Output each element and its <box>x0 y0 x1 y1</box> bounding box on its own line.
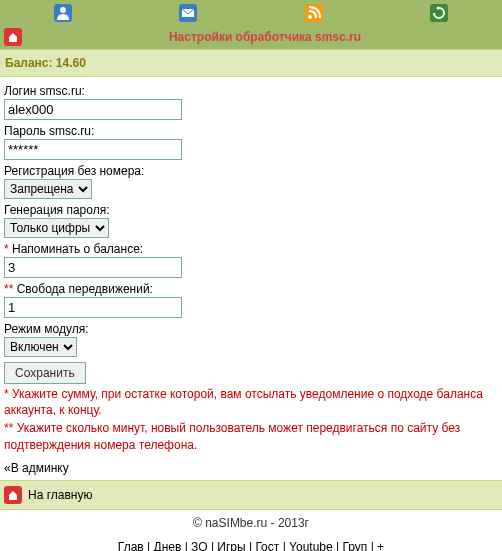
footer-copyright: © naSIMbe.ru - 2013г <box>0 510 502 536</box>
profile-icon[interactable] <box>53 3 73 23</box>
login-input[interactable] <box>4 99 182 120</box>
login-label: Логин smsc.ru: <box>4 84 498 98</box>
generation-select[interactable]: Только цифры <box>4 218 109 238</box>
home-link-row[interactable]: На главную <box>0 480 502 510</box>
home-icon <box>4 486 22 504</box>
registration-label: Регистрация без номера: <box>4 164 498 178</box>
freedom-star: ** <box>4 282 13 296</box>
generation-label: Генерация пароля: <box>4 203 498 217</box>
password-label: Пароль smsc.ru: <box>4 124 498 138</box>
footnote-1: * Укажите сумму, при остатке которой, ва… <box>4 386 498 418</box>
svg-point-1 <box>60 7 66 13</box>
rss-icon[interactable] <box>304 3 324 23</box>
remind-input[interactable] <box>4 257 182 278</box>
mode-label: Режим модуля: <box>4 322 498 336</box>
home-icon[interactable] <box>4 28 22 46</box>
page-title: Настройки обработчика smsc.ru <box>32 30 498 44</box>
settings-form: Логин smsc.ru: Пароль smsc.ru: Регистрац… <box>0 77 502 456</box>
admin-link[interactable]: «В админку <box>0 456 502 480</box>
footnote-2: ** Укажите сколько минут, новый пользова… <box>4 420 498 452</box>
home-link-label: На главную <box>28 488 92 502</box>
password-input[interactable] <box>4 139 182 160</box>
svg-point-5 <box>308 15 312 19</box>
remind-label: * Напоминать о балансе: <box>4 242 498 256</box>
save-button[interactable]: Сохранить <box>4 362 86 384</box>
mail-icon[interactable] <box>178 3 198 23</box>
refresh-icon[interactable] <box>429 3 449 23</box>
freedom-label: ** Свобода передвижений: <box>4 282 498 296</box>
mode-select[interactable]: Включен <box>4 337 77 357</box>
freedom-input[interactable] <box>4 297 182 318</box>
footer-nav-links[interactable]: Глав | Днев | ЗО | Игры | Гост | Youtube… <box>118 540 384 551</box>
title-bar: Настройки обработчика smsc.ru <box>0 25 502 49</box>
registration-select[interactable]: Запрещена <box>4 179 92 199</box>
footer-nav: Глав | Днев | ЗО | Игры | Гост | Youtube… <box>0 536 502 551</box>
top-navigation-bar <box>0 0 502 25</box>
balance-bar: Баланс: 14.60 <box>0 49 502 77</box>
